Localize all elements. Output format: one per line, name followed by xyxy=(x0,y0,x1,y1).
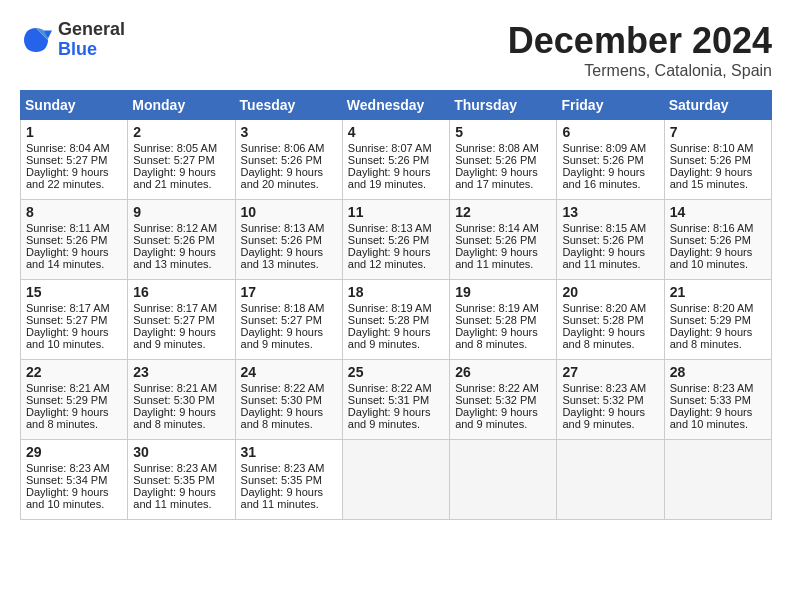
day-number: 19 xyxy=(455,284,551,300)
logo: General Blue xyxy=(20,20,125,60)
sunrise-text: Sunrise: 8:09 AM xyxy=(562,142,646,154)
sunset-text: Sunset: 5:26 PM xyxy=(562,154,643,166)
sunset-text: Sunset: 5:34 PM xyxy=(26,474,107,486)
location-title: Termens, Catalonia, Spain xyxy=(508,62,772,80)
sunrise-text: Sunrise: 8:23 AM xyxy=(562,382,646,394)
daylight-text: Daylight: 9 hours and 11 minutes. xyxy=(562,246,645,270)
sunrise-text: Sunrise: 8:18 AM xyxy=(241,302,325,314)
sunset-text: Sunset: 5:33 PM xyxy=(670,394,751,406)
daylight-text: Daylight: 9 hours and 8 minutes. xyxy=(670,326,753,350)
sunset-text: Sunset: 5:29 PM xyxy=(26,394,107,406)
sunset-text: Sunset: 5:30 PM xyxy=(133,394,214,406)
calendar-cell: 27Sunrise: 8:23 AMSunset: 5:32 PMDayligh… xyxy=(557,360,664,440)
sunrise-text: Sunrise: 8:11 AM xyxy=(26,222,110,234)
month-title: December 2024 xyxy=(508,20,772,62)
sunrise-text: Sunrise: 8:19 AM xyxy=(348,302,432,314)
logo-general-text: General xyxy=(58,19,125,39)
calendar-cell: 7Sunrise: 8:10 AMSunset: 5:26 PMDaylight… xyxy=(664,120,771,200)
calendar-cell: 30Sunrise: 8:23 AMSunset: 5:35 PMDayligh… xyxy=(128,440,235,520)
sunrise-text: Sunrise: 8:06 AM xyxy=(241,142,325,154)
calendar-cell: 4Sunrise: 8:07 AMSunset: 5:26 PMDaylight… xyxy=(342,120,449,200)
daylight-text: Daylight: 9 hours and 10 minutes. xyxy=(26,486,109,510)
sunset-text: Sunset: 5:27 PM xyxy=(241,314,322,326)
sunrise-text: Sunrise: 8:22 AM xyxy=(455,382,539,394)
sunrise-text: Sunrise: 8:21 AM xyxy=(133,382,217,394)
day-number: 31 xyxy=(241,444,337,460)
sunrise-text: Sunrise: 8:10 AM xyxy=(670,142,754,154)
day-number: 18 xyxy=(348,284,444,300)
logo-blue-text: Blue xyxy=(58,39,97,59)
calendar-week-1: 8Sunrise: 8:11 AMSunset: 5:26 PMDaylight… xyxy=(21,200,772,280)
header-row: Sunday Monday Tuesday Wednesday Thursday… xyxy=(21,91,772,120)
sunrise-text: Sunrise: 8:13 AM xyxy=(348,222,432,234)
col-friday: Friday xyxy=(557,91,664,120)
sunrise-text: Sunrise: 8:14 AM xyxy=(455,222,539,234)
daylight-text: Daylight: 9 hours and 11 minutes. xyxy=(241,486,324,510)
calendar-week-2: 15Sunrise: 8:17 AMSunset: 5:27 PMDayligh… xyxy=(21,280,772,360)
day-number: 12 xyxy=(455,204,551,220)
day-number: 20 xyxy=(562,284,658,300)
sunrise-text: Sunrise: 8:20 AM xyxy=(562,302,646,314)
sunset-text: Sunset: 5:32 PM xyxy=(562,394,643,406)
day-number: 1 xyxy=(26,124,122,140)
daylight-text: Daylight: 9 hours and 20 minutes. xyxy=(241,166,324,190)
sunrise-text: Sunrise: 8:12 AM xyxy=(133,222,217,234)
calendar-cell: 17Sunrise: 8:18 AMSunset: 5:27 PMDayligh… xyxy=(235,280,342,360)
daylight-text: Daylight: 9 hours and 10 minutes. xyxy=(670,246,753,270)
day-number: 30 xyxy=(133,444,229,460)
calendar-cell xyxy=(450,440,557,520)
daylight-text: Daylight: 9 hours and 12 minutes. xyxy=(348,246,431,270)
calendar-cell: 19Sunrise: 8:19 AMSunset: 5:28 PMDayligh… xyxy=(450,280,557,360)
sunset-text: Sunset: 5:26 PM xyxy=(670,234,751,246)
sunrise-text: Sunrise: 8:13 AM xyxy=(241,222,325,234)
day-number: 24 xyxy=(241,364,337,380)
calendar-week-3: 22Sunrise: 8:21 AMSunset: 5:29 PMDayligh… xyxy=(21,360,772,440)
sunrise-text: Sunrise: 8:20 AM xyxy=(670,302,754,314)
daylight-text: Daylight: 9 hours and 8 minutes. xyxy=(26,406,109,430)
calendar-cell: 8Sunrise: 8:11 AMSunset: 5:26 PMDaylight… xyxy=(21,200,128,280)
calendar-cell: 23Sunrise: 8:21 AMSunset: 5:30 PMDayligh… xyxy=(128,360,235,440)
day-number: 16 xyxy=(133,284,229,300)
sunset-text: Sunset: 5:26 PM xyxy=(133,234,214,246)
col-sunday: Sunday xyxy=(21,91,128,120)
day-number: 17 xyxy=(241,284,337,300)
sunset-text: Sunset: 5:26 PM xyxy=(670,154,751,166)
sunrise-text: Sunrise: 8:23 AM xyxy=(26,462,110,474)
calendar-cell: 21Sunrise: 8:20 AMSunset: 5:29 PMDayligh… xyxy=(664,280,771,360)
calendar-cell xyxy=(342,440,449,520)
calendar-cell: 25Sunrise: 8:22 AMSunset: 5:31 PMDayligh… xyxy=(342,360,449,440)
page-header: General Blue December 2024 Termens, Cata… xyxy=(20,20,772,80)
sunrise-text: Sunrise: 8:07 AM xyxy=(348,142,432,154)
daylight-text: Daylight: 9 hours and 8 minutes. xyxy=(133,406,216,430)
daylight-text: Daylight: 9 hours and 16 minutes. xyxy=(562,166,645,190)
sunrise-text: Sunrise: 8:21 AM xyxy=(26,382,110,394)
day-number: 21 xyxy=(670,284,766,300)
sunset-text: Sunset: 5:26 PM xyxy=(348,154,429,166)
daylight-text: Daylight: 9 hours and 8 minutes. xyxy=(241,406,324,430)
daylight-text: Daylight: 9 hours and 13 minutes. xyxy=(133,246,216,270)
day-number: 23 xyxy=(133,364,229,380)
calendar-cell: 18Sunrise: 8:19 AMSunset: 5:28 PMDayligh… xyxy=(342,280,449,360)
day-number: 11 xyxy=(348,204,444,220)
col-tuesday: Tuesday xyxy=(235,91,342,120)
calendar-cell: 24Sunrise: 8:22 AMSunset: 5:30 PMDayligh… xyxy=(235,360,342,440)
calendar-cell: 11Sunrise: 8:13 AMSunset: 5:26 PMDayligh… xyxy=(342,200,449,280)
calendar-week-4: 29Sunrise: 8:23 AMSunset: 5:34 PMDayligh… xyxy=(21,440,772,520)
calendar-table: Sunday Monday Tuesday Wednesday Thursday… xyxy=(20,90,772,520)
sunrise-text: Sunrise: 8:08 AM xyxy=(455,142,539,154)
daylight-text: Daylight: 9 hours and 19 minutes. xyxy=(348,166,431,190)
sunrise-text: Sunrise: 8:05 AM xyxy=(133,142,217,154)
day-number: 10 xyxy=(241,204,337,220)
daylight-text: Daylight: 9 hours and 8 minutes. xyxy=(562,326,645,350)
sunset-text: Sunset: 5:27 PM xyxy=(26,154,107,166)
calendar-cell: 3Sunrise: 8:06 AMSunset: 5:26 PMDaylight… xyxy=(235,120,342,200)
day-number: 15 xyxy=(26,284,122,300)
calendar-cell: 2Sunrise: 8:05 AMSunset: 5:27 PMDaylight… xyxy=(128,120,235,200)
day-number: 9 xyxy=(133,204,229,220)
sunset-text: Sunset: 5:28 PM xyxy=(455,314,536,326)
calendar-cell xyxy=(557,440,664,520)
sunrise-text: Sunrise: 8:15 AM xyxy=(562,222,646,234)
logo-icon xyxy=(20,24,52,56)
day-number: 14 xyxy=(670,204,766,220)
calendar-cell: 9Sunrise: 8:12 AMSunset: 5:26 PMDaylight… xyxy=(128,200,235,280)
